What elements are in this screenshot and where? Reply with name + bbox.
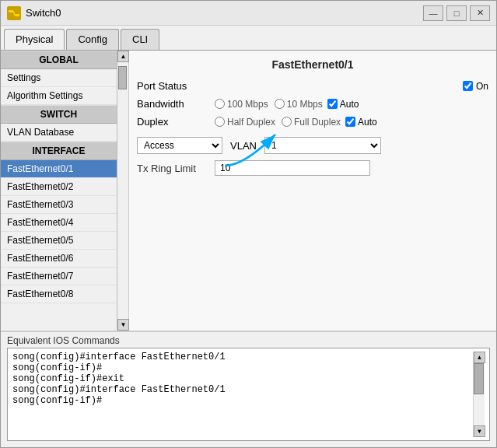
bandwidth-auto-label: Auto <box>340 99 359 110</box>
console-scroll-track <box>474 363 485 425</box>
access-vlan-row: Access Trunk VLAN 1 <box>137 137 488 154</box>
bandwidth-auto-option[interactable]: Auto <box>327 99 359 110</box>
bottom-section: Equivalent IOS Commands song(config)#int… <box>1 331 496 447</box>
duplex-row: Duplex Half Duplex Full Duplex Auto <box>137 116 488 128</box>
tab-config[interactable]: Config <box>66 29 119 50</box>
scroll-thumb[interactable] <box>118 66 127 89</box>
window-controls: — □ ✕ <box>423 5 490 21</box>
duplex-options: Half Duplex Full Duplex Auto <box>215 117 488 128</box>
main-window: Switch0 — □ ✕ Physical Config CLI GLOBAL… <box>0 0 497 448</box>
bandwidth-row: Bandwidth 100 Mbps 10 Mbps Auto <box>137 98 488 110</box>
vlan-select[interactable]: 1 <box>264 137 381 154</box>
bandwidth-10-label: 10 Mbps <box>287 99 323 110</box>
switch-header: SWITCH <box>1 105 117 124</box>
bandwidth-label: Bandwidth <box>137 98 215 110</box>
minimize-button[interactable]: — <box>423 5 443 21</box>
console-area: song(config)#interface FastEthernet0/1 s… <box>7 348 490 441</box>
close-button[interactable]: ✕ <box>470 5 490 21</box>
duplex-auto-label: Auto <box>358 117 377 128</box>
console-line-0: song(config)#interface FastEthernet0/1 <box>12 352 473 362</box>
bandwidth-10-option[interactable]: 10 Mbps <box>275 99 323 110</box>
console-scroll-down[interactable]: ▼ <box>474 425 485 437</box>
bandwidth-auto-checkbox[interactable] <box>327 99 338 109</box>
console-scroll-thumb[interactable] <box>474 363 484 394</box>
tx-ring-label: Tx Ring Limit <box>137 163 215 174</box>
svg-rect-1 <box>15 14 19 16</box>
port-status-checkbox[interactable] <box>463 81 473 91</box>
port-status-label: Port Status <box>137 80 215 92</box>
scroll-down-arrow[interactable]: ▼ <box>117 319 129 331</box>
main-content: GLOBAL Settings Algorithm Settings SWITC… <box>1 51 496 331</box>
console-line-2: song(config-if)#exit <box>12 373 473 384</box>
vlan-label: VLAN <box>230 140 257 152</box>
scroll-up-arrow[interactable]: ▲ <box>117 51 129 62</box>
bandwidth-10-radio[interactable] <box>275 99 285 109</box>
console-scroll-up[interactable]: ▲ <box>474 352 485 363</box>
duplex-label: Duplex <box>137 116 215 128</box>
sidebar: GLOBAL Settings Algorithm Settings SWITC… <box>1 51 117 331</box>
port-status-controls: On <box>463 81 488 92</box>
sidebar-wrapper: GLOBAL Settings Algorithm Settings SWITC… <box>1 51 129 331</box>
content-area: GLOBAL Settings Algorithm Settings SWITC… <box>1 50 496 447</box>
sidebar-item-fe04[interactable]: FastEthernet0/4 <box>1 214 117 232</box>
sidebar-scrollbar[interactable]: ▲ ▼ <box>117 51 128 331</box>
sidebar-item-fe01[interactable]: FastEthernet0/1 <box>1 160 117 178</box>
detail-panel: FastEthernet0/1 Port Status On Bandwidth <box>129 51 496 331</box>
sidebar-item-settings[interactable]: Settings <box>1 69 117 87</box>
svg-line-2 <box>13 11 15 15</box>
scroll-track <box>117 62 128 319</box>
tx-ring-input[interactable] <box>215 160 370 176</box>
bandwidth-100-option[interactable]: 100 Mbps <box>215 99 268 110</box>
console-line-1: song(config-if)# <box>12 362 473 373</box>
bandwidth-options: 100 Mbps 10 Mbps Auto <box>215 99 488 110</box>
duplex-auto-option[interactable]: Auto <box>345 117 377 128</box>
console-label: Equivalent IOS Commands <box>1 332 496 348</box>
half-duplex-radio[interactable] <box>215 117 225 127</box>
console-scrollbar: ▲ ▼ <box>473 352 485 437</box>
full-duplex-label: Full Duplex <box>294 117 341 128</box>
main-tab-bar: Physical Config CLI <box>1 26 496 50</box>
tx-ring-row: Tx Ring Limit <box>137 160 488 176</box>
console-line-3: song(config)#interface FastEthernet0/1 <box>12 384 473 395</box>
interface-header: INTERFACE <box>1 142 117 160</box>
interface-title: FastEthernet0/1 <box>137 58 488 71</box>
sidebar-item-fe02[interactable]: FastEthernet0/2 <box>1 178 117 196</box>
sidebar-item-vlan-database[interactable]: VLAN Database <box>1 124 117 142</box>
sidebar-item-algorithm[interactable]: Algorithm Settings <box>1 87 117 105</box>
maximize-button[interactable]: □ <box>446 5 467 21</box>
duplex-auto-checkbox[interactable] <box>345 117 355 127</box>
sidebar-item-fe07[interactable]: FastEthernet0/7 <box>1 268 117 285</box>
tab-cli[interactable]: CLI <box>121 29 159 50</box>
sidebar-item-fe05[interactable]: FastEthernet0/5 <box>1 232 117 250</box>
port-status-on-label: On <box>476 81 488 92</box>
window-title: Switch0 <box>26 7 423 19</box>
svg-rect-0 <box>9 10 13 12</box>
console-text: song(config)#interface FastEthernet0/1 s… <box>12 352 473 437</box>
sidebar-item-fe08[interactable]: FastEthernet0/8 <box>1 285 117 303</box>
port-status-row: Port Status On <box>137 80 488 92</box>
bandwidth-100-label: 100 Mbps <box>227 99 268 110</box>
global-header: GLOBAL <box>1 51 117 69</box>
sidebar-item-fe06[interactable]: FastEthernet0/6 <box>1 250 117 268</box>
half-duplex-option[interactable]: Half Duplex <box>215 117 275 128</box>
full-duplex-option[interactable]: Full Duplex <box>282 117 341 128</box>
bandwidth-100-radio[interactable] <box>215 99 225 109</box>
access-select[interactable]: Access Trunk <box>137 137 222 154</box>
title-bar: Switch0 — □ ✕ <box>1 1 496 26</box>
tab-physical[interactable]: Physical <box>4 29 65 50</box>
full-duplex-radio[interactable] <box>282 117 292 127</box>
half-duplex-label: Half Duplex <box>227 117 275 128</box>
sidebar-item-fe03[interactable]: FastEthernet0/3 <box>1 196 117 214</box>
app-icon <box>7 6 21 20</box>
console-line-4: song(config-if)# <box>12 395 473 406</box>
